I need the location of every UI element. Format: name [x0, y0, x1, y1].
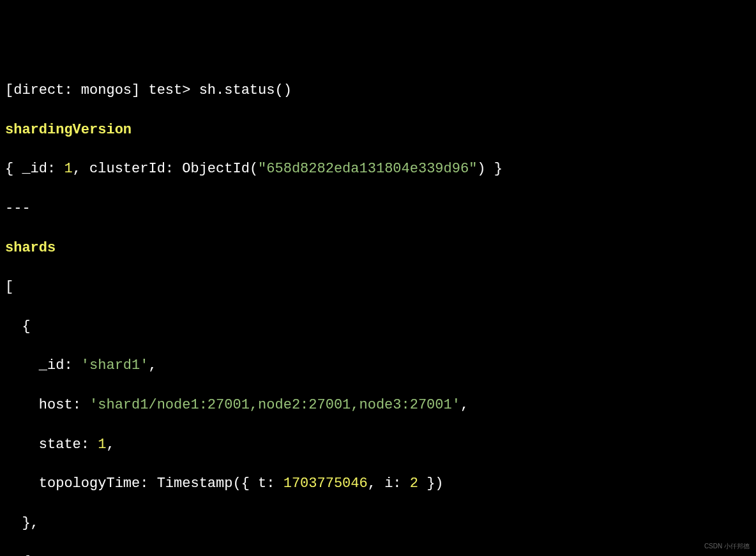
array-open: [: [5, 278, 751, 297]
sharding-version-line: { _id: 1, clusterId: ObjectId("658d8282e…: [5, 160, 751, 179]
shards-header: shards: [5, 239, 751, 259]
separator: ---: [5, 199, 751, 219]
prompt-command: sh.status(): [199, 82, 292, 98]
shard-entry: {: [5, 553, 751, 556]
shard-close: },: [5, 514, 751, 534]
shard-state: state: 1,: [5, 435, 751, 455]
prompt-context: [direct: mongos]: [5, 82, 140, 98]
shard-id: _id: 'shard1',: [5, 356, 751, 376]
shard-host: host: 'shard1/node1:27001,node2:27001,no…: [5, 396, 751, 416]
shard-entry: {: [5, 317, 751, 337]
sharding-version-header: shardingVersion: [5, 121, 751, 140]
watermark: CSDN 小仟邦德: [704, 542, 750, 551]
prompt-marker: >: [182, 82, 190, 98]
prompt-db: test: [148, 82, 182, 98]
prompt-line[interactable]: [direct: mongos] test> sh.status(): [5, 81, 751, 101]
shard-topology: topologyTime: Timestamp({ t: 1703775046,…: [5, 474, 751, 494]
